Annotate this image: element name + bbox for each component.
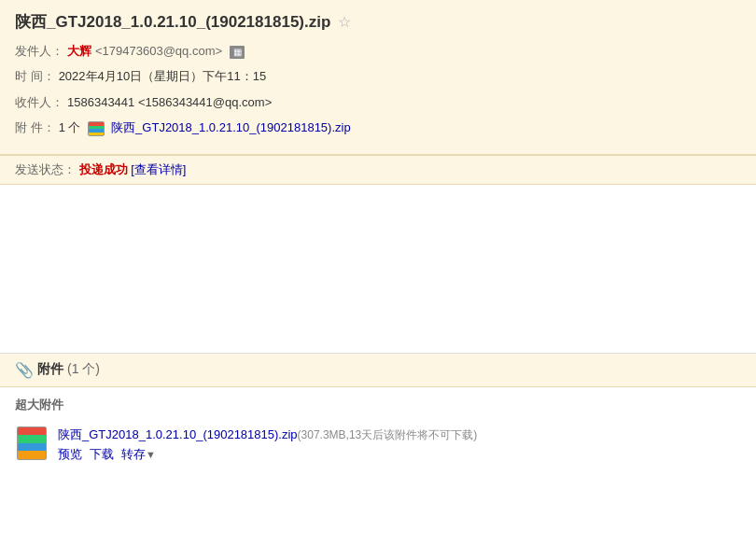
attachment-header-link[interactable]: 陕西_GTJ2018_1.0.21.10_(1902181815).zip (111, 120, 351, 134)
attachment-header: 📎 附件 (1 个) (0, 354, 756, 387)
zip-file-icon (15, 426, 49, 460)
email-header: 陕西_GTJ2018_1.0.21.10_(1902181815).zip ☆ … (0, 0, 756, 155)
recipient-value: 1586343441 <1586343441@qq.com> (67, 91, 272, 113)
recipient-label: 收件人： (15, 91, 63, 113)
sender-label: 发件人： (15, 40, 63, 62)
email-title-row: 陕西_GTJ2018_1.0.21.10_(1902181815).zip ☆ (15, 11, 741, 33)
zip-icon-colors (88, 121, 105, 136)
time-label: 时 间： (15, 65, 55, 87)
attachment-row: 附 件： 1 个 陕西_GTJ2018_1.0.21.10_(190218181… (15, 117, 741, 138)
attachment-content: 超大附件 陕西_GTJ2018_1.0.21.10_(1902181815).z… (0, 387, 756, 483)
preview-link[interactable]: 预览 (58, 446, 82, 463)
attachment-filename-link[interactable]: 陕西_GTJ2018_1.0.21.10_(1902181815).zip (58, 427, 298, 441)
attachment-section: 📎 附件 (1 个) 超大附件 陕西_GTJ2018_1.0.21.10_(19… (0, 353, 756, 483)
attachment-label: 附 件： (15, 117, 55, 138)
download-link[interactable]: 下载 (90, 446, 114, 463)
email-container: 陕西_GTJ2018_1.0.21.10_(1902181815).zip ☆ … (0, 0, 756, 483)
send-status-detail-link[interactable]: [查看详情] (131, 162, 186, 176)
send-status-value: 投递成功 (79, 162, 128, 176)
email-body (0, 185, 756, 353)
attachment-section-count: (1 个) (67, 361, 100, 378)
send-status-label: 发送状态： (15, 162, 76, 176)
email-title: 陕西_GTJ2018_1.0.21.10_(1902181815).zip (15, 11, 330, 33)
time-row: 时 间： 2022年4月10日（星期日）下午11：15 (15, 65, 741, 87)
sender-email: <179473603@qq.com> (95, 40, 222, 62)
zip-file-visual (17, 426, 47, 460)
transfer-link[interactable]: 转存 (121, 447, 146, 461)
send-status-bar: 发送状态： 投递成功 [查看详情] (0, 155, 756, 185)
star-icon[interactable]: ☆ (338, 13, 351, 31)
attachment-section-title: 附件 (37, 361, 63, 378)
transfer-container: 转存▼ (121, 446, 156, 463)
attachment-name-line: 陕西_GTJ2018_1.0.21.10_(1902181815).zip(30… (58, 426, 741, 443)
attachment-item: 陕西_GTJ2018_1.0.21.10_(1902181815).zip(30… (15, 421, 741, 468)
super-attachment-label: 超大附件 (15, 397, 741, 413)
paperclip-icon: 📎 (15, 361, 34, 379)
attachment-file-entry: 陕西_GTJ2018_1.0.21.10_(1902181815).zip (88, 117, 350, 138)
sender-row: 发件人： 大辉 <179473603@qq.com> ▦ (15, 40, 741, 62)
address-book-icon[interactable]: ▦ (230, 46, 245, 59)
attachment-info: 陕西_GTJ2018_1.0.21.10_(1902181815).zip(30… (58, 426, 741, 463)
attachment-file-meta: (307.3MB,13天后该附件将不可下载) (298, 428, 478, 441)
attachment-actions: 预览 下载 转存▼ (58, 446, 741, 463)
sender-name: 大辉 (67, 40, 91, 62)
recipient-row: 收件人： 1586343441 <1586343441@qq.com> (15, 91, 741, 113)
zip-small-icon (88, 121, 105, 136)
attachment-count: 1 个 (59, 117, 81, 138)
transfer-dropdown-arrow[interactable]: ▼ (146, 449, 156, 460)
time-value: 2022年4月10日（星期日）下午11：15 (59, 65, 267, 87)
